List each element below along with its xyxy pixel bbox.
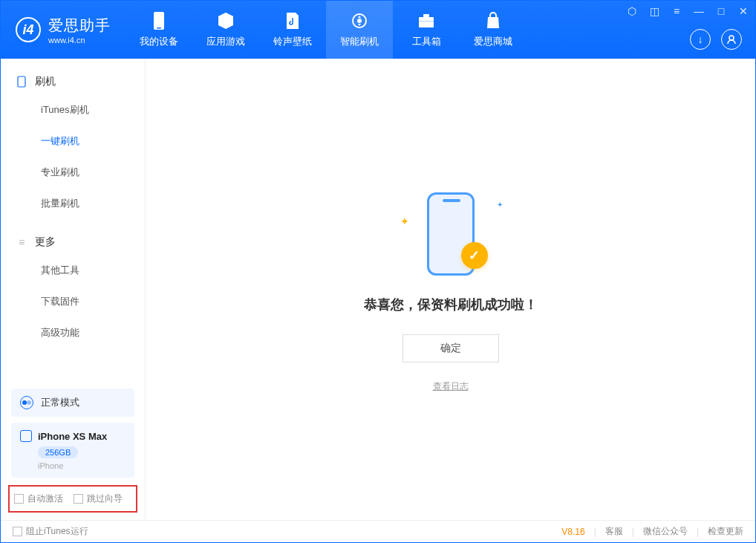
tab-label: 爱思商城	[474, 35, 512, 48]
header-actions: ↓	[690, 29, 742, 50]
device-small-icon	[20, 430, 32, 442]
checkmark-badge-icon: ✓	[461, 242, 488, 269]
success-illustration: ✦ ✦ ✓	[391, 186, 510, 282]
download-icon[interactable]: ↓	[690, 29, 711, 50]
more-icon: ≡	[16, 236, 27, 248]
cube-icon	[216, 11, 235, 30]
svg-rect-5	[423, 14, 429, 17]
device-icon	[16, 76, 27, 88]
success-message: 恭喜您，保资料刷机成功啦！	[364, 296, 538, 313]
version-label: V8.16	[561, 527, 584, 537]
shirt-icon[interactable]: ⬡	[626, 5, 638, 17]
checkbox-icon	[13, 527, 22, 536]
tab-label: 我的设备	[140, 35, 178, 48]
status-bar: 阻止iTunes运行 V8.16 | 客服 | 微信公众号 | 检查更新	[1, 520, 755, 542]
sparkle-icon: ✦	[400, 215, 409, 227]
app-title: 爱思助手	[48, 16, 111, 36]
footer-link-update[interactable]: 检查更新	[708, 525, 743, 538]
checkbox-icon	[14, 494, 24, 504]
view-log-link[interactable]: 查看日志	[433, 380, 469, 393]
footer-link-wechat[interactable]: 微信公众号	[643, 525, 688, 538]
sidebar-item-advanced[interactable]: 高级功能	[1, 317, 145, 348]
phone-icon	[149, 11, 169, 30]
sidebar: 刷机 iTunes刷机 一键刷机 专业刷机 批量刷机 ≡ 更多 其他工具 下载固…	[1, 59, 146, 520]
checkbox-auto-activate[interactable]: 自动激活	[14, 492, 63, 505]
svg-rect-0	[154, 12, 164, 30]
svg-point-7	[729, 36, 734, 40]
menu-icon[interactable]: ≡	[671, 5, 682, 17]
device-card[interactable]: iPhone XS Max 256GB iPhone	[11, 423, 134, 478]
music-file-icon	[283, 11, 302, 30]
svg-point-3	[357, 19, 362, 23]
main-content: ✦ ✦ ✓ 恭喜您，保资料刷机成功啦！ 确定 查看日志	[146, 59, 755, 520]
app-subtitle: www.i4.cn	[48, 36, 111, 45]
tab-toolbox[interactable]: 工具箱	[393, 1, 460, 59]
device-storage-badge: 256GB	[38, 446, 78, 458]
mode-label: 正常模式	[41, 396, 79, 409]
minimize-button[interactable]: —	[693, 5, 705, 17]
tab-label: 铃声壁纸	[273, 35, 312, 48]
bag-icon	[483, 11, 503, 30]
window-controls: ⬡ ◫ ≡ — □ ✕	[626, 5, 749, 17]
sidebar-item-batch-flash[interactable]: 批量刷机	[1, 188, 145, 219]
logo-icon: i4	[16, 17, 41, 42]
svg-rect-1	[157, 27, 161, 29]
user-icon[interactable]	[721, 29, 742, 50]
svg-rect-4	[419, 17, 434, 27]
svg-rect-8	[18, 77, 25, 87]
sidebar-item-oneclick-flash[interactable]: 一键刷机	[1, 126, 145, 157]
logo: i4 爱思助手 www.i4.cn	[1, 16, 126, 45]
checkbox-skip-guide[interactable]: 跳过向导	[74, 492, 123, 505]
sidebar-item-other-tools[interactable]: 其他工具	[1, 255, 145, 286]
app-header: i4 爱思助手 www.i4.cn 我的设备 应用游戏 铃声壁纸 智能刷机 工具…	[1, 1, 755, 59]
ok-button[interactable]: 确定	[403, 334, 499, 362]
tab-label: 智能刷机	[340, 35, 379, 48]
tab-flash[interactable]: 智能刷机	[326, 1, 393, 59]
mode-card[interactable]: 正常模式	[11, 388, 134, 417]
checkbox-block-itunes[interactable]: 阻止iTunes运行	[13, 525, 88, 538]
checkbox-icon	[74, 494, 83, 504]
tab-label: 应用游戏	[206, 35, 245, 48]
tab-ringtones[interactable]: 铃声壁纸	[259, 1, 326, 59]
refresh-gear-icon	[350, 11, 369, 30]
sidebar-item-download-fw[interactable]: 下载固件	[1, 286, 145, 317]
briefcase-icon	[417, 11, 436, 30]
sidebar-section-more: ≡ 更多	[1, 230, 145, 255]
device-type: iPhone	[38, 461, 126, 470]
tab-my-device[interactable]: 我的设备	[126, 1, 192, 59]
sidebar-section-flash: 刷机	[1, 69, 145, 94]
nav-tabs: 我的设备 应用游戏 铃声壁纸 智能刷机 工具箱 爱思商城	[126, 1, 527, 59]
device-name: iPhone XS Max	[38, 431, 107, 442]
feedback-icon[interactable]: ◫	[648, 5, 660, 17]
footer-link-service[interactable]: 客服	[605, 525, 623, 538]
options-row-highlighted: 自动激活 跳过向导	[8, 485, 137, 513]
maximize-button[interactable]: □	[715, 5, 727, 17]
tab-label: 工具箱	[412, 35, 441, 48]
sparkle-icon: ✦	[497, 201, 503, 209]
sidebar-item-itunes-flash[interactable]: iTunes刷机	[1, 94, 145, 126]
tab-apps-games[interactable]: 应用游戏	[192, 1, 259, 59]
tab-store[interactable]: 爱思商城	[460, 1, 527, 59]
close-button[interactable]: ✕	[737, 5, 749, 17]
sidebar-item-pro-flash[interactable]: 专业刷机	[1, 157, 145, 188]
mode-icon	[20, 396, 33, 409]
svg-rect-6	[419, 21, 434, 22]
